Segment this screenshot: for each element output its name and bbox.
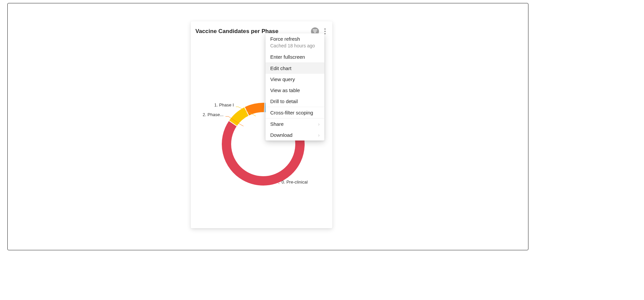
funnel-icon: [313, 29, 317, 34]
chevron-right-icon: ›: [318, 121, 320, 127]
menu-enter-fullscreen-label: Enter fullscreen: [270, 54, 305, 60]
menu-view-query-label: View query: [270, 76, 295, 82]
menu-force-refresh-label: Force refresh: [270, 36, 300, 42]
menu-cached-status: Cached 18 hours ago: [266, 43, 324, 51]
slice-label-preclinical: 0. Pre-clinical: [282, 180, 308, 185]
menu-drill-to-detail[interactable]: Drill to detail: [266, 96, 324, 107]
menu-view-as-table-label: View as table: [270, 87, 300, 93]
menu-view-query[interactable]: View query: [266, 74, 324, 85]
slice-label-phase1: 1. Phase I: [207, 102, 234, 107]
menu-edit-chart[interactable]: Edit chart: [266, 63, 324, 74]
menu-share[interactable]: Share ›: [266, 118, 324, 129]
menu-download-label: Download: [270, 132, 293, 138]
slice-label-phase2: 2. Phase...: [197, 112, 223, 117]
menu-view-as-table[interactable]: View as table: [266, 85, 324, 96]
menu-cross-filter-scoping[interactable]: Cross-filter scoping: [266, 107, 324, 118]
menu-download[interactable]: Download ›: [266, 129, 324, 140]
chevron-right-icon: ›: [318, 132, 320, 138]
chart-context-menu: Force refresh Cached 18 hours ago Enter …: [266, 33, 324, 140]
menu-enter-fullscreen[interactable]: Enter fullscreen: [266, 51, 324, 62]
menu-cross-filter-scoping-label: Cross-filter scoping: [270, 110, 313, 115]
menu-edit-chart-label: Edit chart: [270, 65, 291, 71]
menu-drill-to-detail-label: Drill to detail: [270, 98, 298, 104]
menu-share-label: Share: [270, 121, 284, 127]
